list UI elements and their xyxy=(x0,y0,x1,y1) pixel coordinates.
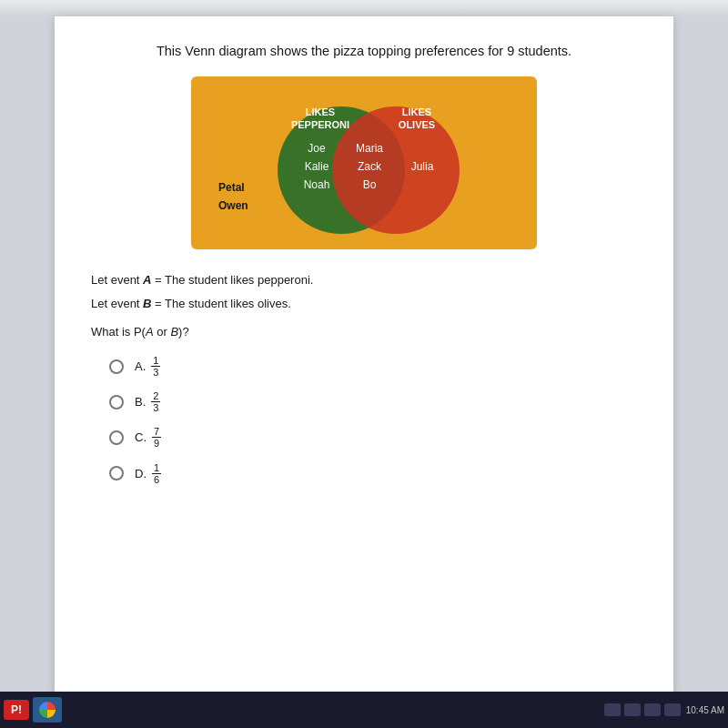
event-a-def: Let event A = The student likes pepperon… xyxy=(91,271,637,289)
venn-diagram: LIKES PEPPERONI LIKES OLIVES Joe Kalie N… xyxy=(191,76,537,249)
fraction-a-den: 3 xyxy=(151,367,160,378)
venn-svg-wrapper: LIKES PEPPERONI LIKES OLIVES Joe Kalie N… xyxy=(209,90,519,236)
choice-label-a: A. 1 3 xyxy=(135,355,160,378)
choice-letter-d: D. xyxy=(135,467,147,480)
question-title: This Venn diagram shows the pizza toppin… xyxy=(91,44,637,58)
probability-question: What is P(A or B)? xyxy=(91,325,637,339)
sys-icon-1 xyxy=(604,703,621,716)
choice-row-c[interactable]: C. 7 9 xyxy=(109,426,637,449)
svg-text:LIKES: LIKES xyxy=(402,106,431,117)
svg-text:PEPPERONI: PEPPERONI xyxy=(291,119,349,130)
svg-point-1 xyxy=(332,106,460,234)
sys-icon-2 xyxy=(624,703,641,716)
system-icons xyxy=(604,703,681,716)
radio-c[interactable] xyxy=(109,430,124,445)
svg-text:Zack: Zack xyxy=(358,160,382,173)
sys-icon-4 xyxy=(664,703,681,716)
fraction-d: 1 6 xyxy=(152,462,161,485)
label-owen: Owen xyxy=(218,199,248,212)
svg-text:LIKES: LIKES xyxy=(306,106,335,117)
choice-letter-c: C. xyxy=(135,430,147,444)
system-clock: 10:45 AM xyxy=(686,705,724,715)
radio-a[interactable] xyxy=(109,359,124,374)
svg-text:Noah: Noah xyxy=(304,178,330,191)
choice-label-d: D. 1 6 xyxy=(135,462,161,485)
choice-row-b[interactable]: B. 2 3 xyxy=(109,390,637,413)
fraction-b: 2 3 xyxy=(151,390,160,413)
fraction-a: 1 3 xyxy=(151,355,160,378)
svg-text:Joe: Joe xyxy=(308,142,326,155)
radio-b[interactable] xyxy=(109,395,124,410)
choice-label-b: B. 2 3 xyxy=(135,390,160,413)
svg-text:OLIVES: OLIVES xyxy=(399,119,435,130)
radio-d[interactable] xyxy=(109,466,124,480)
choice-label-c: C. 7 9 xyxy=(135,426,161,449)
fraction-c-num: 7 xyxy=(152,426,161,438)
choice-row-d[interactable]: D. 1 6 xyxy=(109,462,637,485)
content-area: This Venn diagram shows the pizza toppin… xyxy=(55,16,673,697)
event-b-def: Let event B = The student likes olives. xyxy=(91,295,637,313)
start-button[interactable]: P! xyxy=(4,700,29,720)
choice-row-a[interactable]: A. 1 3 xyxy=(109,355,637,378)
fraction-c-den: 9 xyxy=(152,438,161,449)
fraction-b-num: 2 xyxy=(151,390,160,402)
svg-text:Julia: Julia xyxy=(411,160,434,173)
fraction-d-den: 6 xyxy=(152,474,161,485)
fraction-c: 7 9 xyxy=(152,426,161,449)
choice-letter-a: A. xyxy=(135,359,146,373)
svg-text:Kalie: Kalie xyxy=(305,160,329,173)
svg-text:Maria: Maria xyxy=(356,142,383,155)
venn-svg: LIKES PEPPERONI LIKES OLIVES Joe Kalie N… xyxy=(209,90,519,236)
fraction-a-num: 1 xyxy=(151,355,160,367)
top-bar xyxy=(0,0,728,16)
fraction-b-den: 3 xyxy=(151,402,160,413)
answer-choices: A. 1 3 B. 2 3 xyxy=(109,355,637,485)
fraction-d-num: 1 xyxy=(152,462,161,474)
screen: This Venn diagram shows the pizza toppin… xyxy=(0,0,728,728)
taskbar-right: 10:45 AM xyxy=(604,703,724,716)
taskbar: P! 10:45 AM xyxy=(0,692,728,728)
sys-icon-3 xyxy=(644,703,661,716)
choice-letter-b: B. xyxy=(135,395,146,409)
svg-text:Bo: Bo xyxy=(363,178,377,191)
taskbar-chrome[interactable] xyxy=(33,697,62,723)
label-petal: Petal xyxy=(218,181,245,194)
